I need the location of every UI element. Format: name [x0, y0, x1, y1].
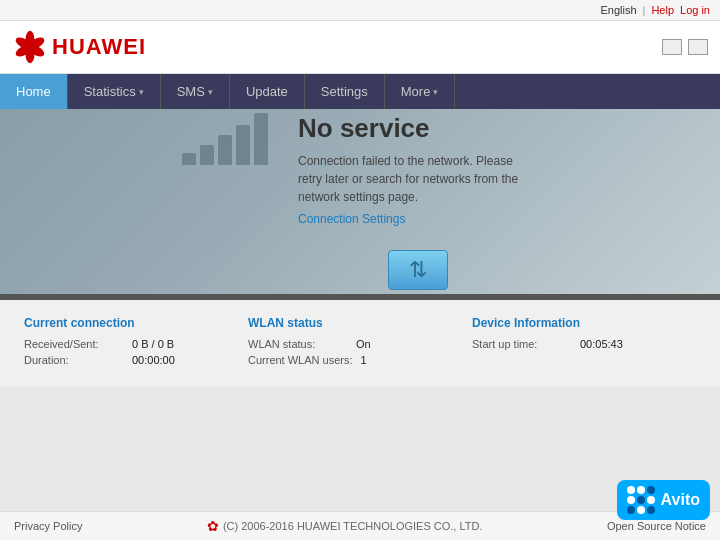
nav-more-label: More	[401, 84, 431, 99]
device-info-col: Device Information Start up time: 00:05:…	[472, 316, 696, 370]
main-nav: Home Statistics ▾ SMS ▾ Update Settings …	[0, 74, 720, 109]
avito-label: Avito	[661, 491, 700, 509]
nav-sms-label: SMS	[177, 84, 205, 99]
device-info-title: Device Information	[472, 316, 676, 330]
wlan-status-value: On	[356, 338, 371, 350]
language-label[interactable]: English	[600, 4, 636, 16]
privacy-policy-link[interactable]: Privacy Policy	[14, 520, 82, 532]
received-sent-label: Received/Sent:	[24, 338, 124, 350]
nav-statistics-arrow-icon: ▾	[139, 87, 144, 97]
nav-more-arrow-icon: ▾	[433, 87, 438, 97]
nav-update-label: Update	[246, 84, 288, 99]
signal-bar-4	[236, 125, 250, 165]
signal-bar-1	[182, 153, 196, 165]
signal-bar-2	[200, 145, 214, 165]
header: HUAWEI	[0, 21, 720, 74]
brand-name: HUAWEI	[52, 34, 146, 60]
footer-center: ✿ (C) 2006-2016 HUAWEI TECHNOLOGIES CO.,…	[207, 518, 483, 534]
nav-item-statistics[interactable]: Statistics ▾	[68, 74, 161, 109]
startup-time-value: 00:05:43	[580, 338, 623, 350]
signal-bar-3	[218, 135, 232, 165]
hero-content: No service Connection failed to the netw…	[182, 113, 538, 290]
duration-label: Duration:	[24, 354, 124, 366]
copyright-text: (C) 2006-2016 HUAWEI TECHNOLOGIES CO., L…	[223, 520, 483, 532]
top-bar: English | Help Log in	[0, 0, 720, 21]
connection-settings-link[interactable]: Connection Settings	[298, 212, 405, 226]
avito-dots-icon	[627, 486, 655, 514]
received-sent-value: 0 B / 0 B	[132, 338, 174, 350]
hero-text: No service Connection failed to the netw…	[298, 113, 538, 290]
startup-time-row: Start up time: 00:05:43	[472, 338, 676, 350]
header-icons	[662, 39, 708, 55]
top-bar-links: English | Help Log in	[600, 4, 710, 16]
nav-item-update[interactable]: Update	[230, 74, 305, 109]
huawei-logo-icon	[12, 29, 48, 65]
nav-item-sms[interactable]: SMS ▾	[161, 74, 230, 109]
window-icon[interactable]	[662, 39, 682, 55]
signal-bars	[182, 113, 268, 165]
footer-logo-icon: ✿	[207, 518, 219, 534]
nav-sms-arrow-icon: ▾	[208, 87, 213, 97]
connect-button[interactable]: ⇅	[388, 250, 448, 290]
startup-time-label: Start up time:	[472, 338, 572, 350]
help-link[interactable]: Help	[651, 4, 674, 16]
nav-item-settings[interactable]: Settings	[305, 74, 385, 109]
open-source-link[interactable]: Open Source Notice	[607, 520, 706, 532]
wlan-users-value: 1	[361, 354, 367, 366]
footer: Privacy Policy ✿ (C) 2006-2016 HUAWEI TE…	[0, 511, 720, 540]
received-sent-row: Received/Sent: 0 B / 0 B	[24, 338, 228, 350]
duration-value: 00:00:00	[132, 354, 175, 366]
signal-bar-5	[254, 113, 268, 165]
no-service-description: Connection failed to the network. Please…	[298, 152, 538, 206]
monitor-icon[interactable]	[688, 39, 708, 55]
nav-item-home[interactable]: Home	[0, 74, 68, 109]
connect-arrows-icon: ⇅	[409, 257, 427, 283]
current-connection-title: Current connection	[24, 316, 228, 330]
logo-area: HUAWEI	[12, 29, 146, 65]
nav-home-label: Home	[16, 84, 51, 99]
nav-statistics-label: Statistics	[84, 84, 136, 99]
wlan-status-col: WLAN status WLAN status: On Current WLAN…	[248, 316, 472, 370]
duration-row: Duration: 00:00:00	[24, 354, 228, 366]
avito-badge: Avito	[617, 480, 710, 520]
wlan-users-row: Current WLAN users: 1	[248, 354, 452, 366]
nav-item-more[interactable]: More ▾	[385, 74, 456, 109]
nav-settings-label: Settings	[321, 84, 368, 99]
current-connection-col: Current connection Received/Sent: 0 B / …	[24, 316, 248, 370]
info-section: Current connection Received/Sent: 0 B / …	[0, 300, 720, 386]
wlan-status-title: WLAN status	[248, 316, 452, 330]
wlan-status-row: WLAN status: On	[248, 338, 452, 350]
wlan-users-label: Current WLAN users:	[248, 354, 353, 366]
hero-section: No service Connection failed to the netw…	[0, 109, 720, 294]
no-service-title: No service	[298, 113, 538, 144]
wlan-status-label: WLAN status:	[248, 338, 348, 350]
login-link[interactable]: Log in	[680, 4, 710, 16]
